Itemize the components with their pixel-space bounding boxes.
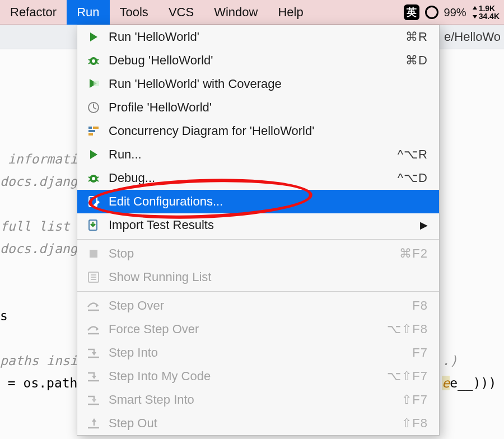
menu-shortcut: ⌥⇧F7 [387, 369, 428, 384]
menu-item-stop: Stop⌘F2 [77, 242, 439, 265]
menubar: Refactor Run Tools VCS Window Help 英 99%… [0, 0, 504, 25]
coverage-icon [85, 76, 102, 92]
bug-icon [85, 170, 102, 186]
editor-text: s [0, 309, 8, 323]
menu-separator [77, 291, 439, 292]
edit-icon [85, 193, 102, 210]
svg-line-4 [88, 62, 91, 64]
menu-item-concurrency-diagram-for-helloworld[interactable]: Concurrency Diagram for 'HelloWorld' [77, 119, 439, 143]
menu-item-debug-helloworld[interactable]: Debug 'HelloWorld'⌘D [77, 49, 439, 72]
menu-item-label: Smart Step Into [109, 393, 402, 407]
menu-shortcut: ⌘D [405, 53, 428, 68]
editor-text: docs.djang [0, 241, 77, 256]
menu-shortcut: ^⌥R [398, 147, 428, 162]
battery-percentage: 99% [444, 6, 466, 19]
menu-item-label: Debug... [109, 171, 398, 185]
editor-text: informati [0, 152, 77, 166]
editor-text: = os.path [0, 376, 77, 390]
menu-item-label: Step Out [109, 416, 402, 431]
menu-item-label: Import Test Results [109, 218, 420, 232]
menu-item-import-test-results[interactable]: Import Test Results▶ [77, 213, 439, 237]
menubar-item-vcs[interactable]: VCS [158, 0, 204, 25]
menu-item-label: Run... [109, 147, 398, 162]
menu-item-run-helloworld[interactable]: Run 'HelloWorld'⌘R [77, 25, 439, 49]
svg-rect-19 [90, 250, 97, 258]
play-icon [85, 29, 102, 45]
menu-item-label: Step Into [109, 345, 412, 360]
menu-item-edit-configurations[interactable]: Edit Configurations... [77, 190, 439, 213]
menu-shortcut: F8 [412, 298, 428, 313]
svg-rect-7 [88, 127, 92, 129]
menu-item-profile-helloworld[interactable]: Profile 'HelloWorld' [77, 96, 439, 119]
menu-item-debug[interactable]: Debug...^⌥D [77, 166, 439, 190]
menubar-item-help[interactable]: Help [268, 0, 313, 25]
svg-line-16 [96, 180, 99, 181]
stepinto-icon [85, 368, 102, 385]
stepover-icon [85, 297, 102, 314]
menu-item-show-running-list: Show Running List [77, 265, 439, 289]
menu-shortcut: ⌘R [405, 30, 428, 44]
menu-item-smart-step-into: Smart Step Into⇧F7 [77, 388, 439, 412]
menu-shortcut: ⌥⇧F8 [387, 322, 428, 337]
menu-shortcut: F7 [412, 345, 428, 360]
list-icon [85, 269, 102, 286]
stepover-icon [85, 321, 102, 338]
breadcrumb-fragment[interactable]: e/HelloWo [444, 30, 501, 44]
svg-line-5 [96, 62, 99, 64]
menu-item-label: Debug 'HelloWorld' [109, 53, 405, 68]
menu-item-step-into-my-code: Step Into My Code⌥⇧F7 [77, 365, 439, 388]
menu-item-run-helloworld-with-coverage[interactable]: Run 'HelloWorld' with Coverage [77, 72, 439, 96]
menu-separator [77, 239, 439, 240]
network-rates: 1.9K 34.4K [472, 4, 500, 20]
menu-shortcut: ⇧F8 [402, 416, 428, 431]
menu-item-label: Concurrency Diagram for 'HelloWorld' [109, 124, 428, 138]
menu-item-step-over: Step OverF8 [77, 294, 439, 317]
menu-item-step-out: Step Out⇧F8 [77, 412, 439, 435]
bug-icon [85, 52, 102, 69]
menu-item-label: Profile 'HelloWorld' [109, 100, 428, 115]
menu-shortcut: ^⌥D [398, 171, 428, 185]
editor-text: full list [0, 219, 77, 233]
run-menu-dropdown: Run 'HelloWorld'⌘RDebug 'HelloWorld'⌘DRu… [77, 25, 440, 436]
editor-text: e [442, 376, 450, 390]
menu-item-force-step-over: Force Step Over⌥⇧F8 [77, 317, 439, 341]
concurrency-icon [85, 123, 102, 139]
menu-item-label: Show Running List [109, 270, 428, 284]
import-icon [85, 217, 102, 233]
stepout-icon [85, 415, 102, 432]
stop-icon [85, 245, 102, 262]
play-icon [85, 146, 102, 163]
svg-rect-8 [93, 127, 99, 129]
ime-icon[interactable]: 英 [404, 4, 419, 20]
menu-item-run[interactable]: Run...^⌥R [77, 143, 439, 166]
stepinto-icon [85, 344, 102, 361]
svg-point-1 [92, 59, 95, 63]
svg-rect-10 [88, 133, 93, 136]
menu-shortcut: ⇧F7 [402, 393, 428, 407]
svg-line-15 [88, 180, 91, 181]
svg-point-12 [92, 177, 95, 180]
editor-text: e__))) [450, 376, 496, 390]
menubar-item-window[interactable]: Window [204, 0, 268, 25]
menubar-item-run[interactable]: Run [67, 0, 109, 25]
menu-item-label: Step Into My Code [109, 369, 387, 384]
menu-item-label: Edit Configurations... [109, 194, 428, 209]
menu-item-label: Force Step Over [109, 322, 387, 337]
svg-rect-9 [88, 130, 95, 132]
menu-item-label: Run 'HelloWorld' [109, 30, 405, 44]
submenu-arrow-icon: ▶ [420, 219, 428, 231]
menubar-item-refactor[interactable]: Refactor [0, 0, 67, 25]
menu-shortcut: ⌘F2 [399, 246, 428, 261]
editor-text: paths insi [0, 353, 77, 368]
profile-icon [85, 99, 102, 116]
menu-item-label: Stop [109, 246, 399, 261]
menu-item-label: Run 'HelloWorld' with Coverage [109, 77, 428, 91]
loading-circle-icon [425, 6, 438, 19]
menu-item-label: Step Over [109, 298, 412, 313]
editor-text: docs.djang [0, 174, 77, 189]
menubar-item-tools[interactable]: Tools [110, 0, 158, 25]
smartstep-icon [85, 391, 102, 408]
menu-item-step-into: Step IntoF7 [77, 341, 439, 365]
menubar-status: 英 99% 1.9K 34.4K [404, 0, 500, 25]
